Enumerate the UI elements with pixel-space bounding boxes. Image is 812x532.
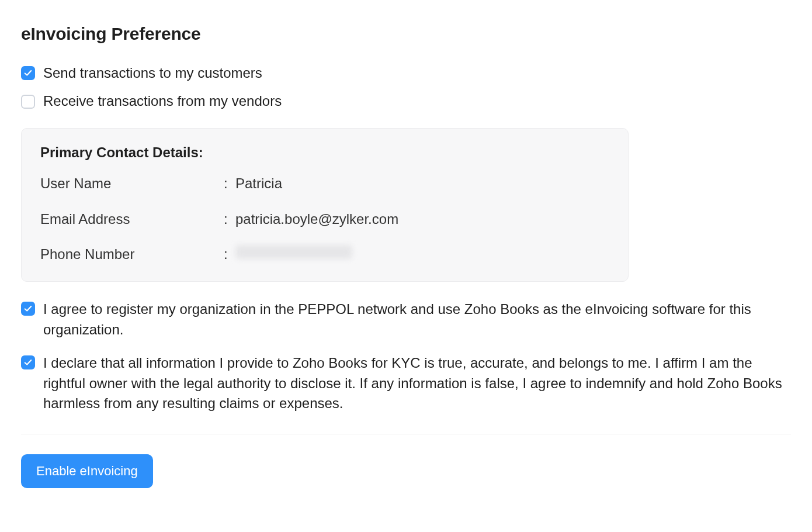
kyc-text[interactable]: I declare that all information I provide… xyxy=(43,353,791,414)
check-icon xyxy=(24,305,32,313)
receive-checkbox[interactable] xyxy=(21,95,35,109)
send-checkbox[interactable] xyxy=(21,66,35,80)
agreements: I agree to register my organization in t… xyxy=(21,299,791,414)
username-value: Patricia xyxy=(235,174,282,194)
send-label[interactable]: Send transactions to my customers xyxy=(43,63,262,84)
separator: : xyxy=(224,174,235,194)
peppol-checkbox[interactable] xyxy=(21,302,35,316)
separator: : xyxy=(224,244,235,265)
check-icon xyxy=(24,358,32,367)
phone-label: Phone Number xyxy=(40,244,224,265)
contact-row-phone: Phone Number : xyxy=(40,244,609,265)
receive-label[interactable]: Receive transactions from my vendors xyxy=(43,91,282,112)
phone-value xyxy=(235,244,352,265)
agreement-peppol-row: I agree to register my organization in t… xyxy=(21,299,791,340)
option-send-row: Send transactions to my customers xyxy=(21,63,791,84)
username-label: User Name xyxy=(40,174,224,194)
contact-row-username: User Name : Patricia xyxy=(40,174,609,194)
contact-row-email: Email Address : patricia.boyle@zylker.co… xyxy=(40,209,609,230)
agreement-kyc-row: I declare that all information I provide… xyxy=(21,353,791,414)
kyc-checkbox[interactable] xyxy=(21,355,35,369)
email-label: Email Address xyxy=(40,209,224,230)
redacted-phone xyxy=(235,245,352,259)
footer: Enable eInvoicing xyxy=(21,434,791,488)
separator: : xyxy=(224,209,235,230)
primary-contact-card: Primary Contact Details: User Name : Pat… xyxy=(21,128,629,282)
page-title: eInvoicing Preference xyxy=(21,21,791,47)
option-receive-row: Receive transactions from my vendors xyxy=(21,91,791,112)
contact-heading: Primary Contact Details: xyxy=(40,143,609,163)
check-icon xyxy=(24,69,32,77)
email-value: patricia.boyle@zylker.com xyxy=(235,209,398,230)
peppol-text[interactable]: I agree to register my organization in t… xyxy=(43,299,791,340)
enable-einvoicing-button[interactable]: Enable eInvoicing xyxy=(21,454,153,488)
